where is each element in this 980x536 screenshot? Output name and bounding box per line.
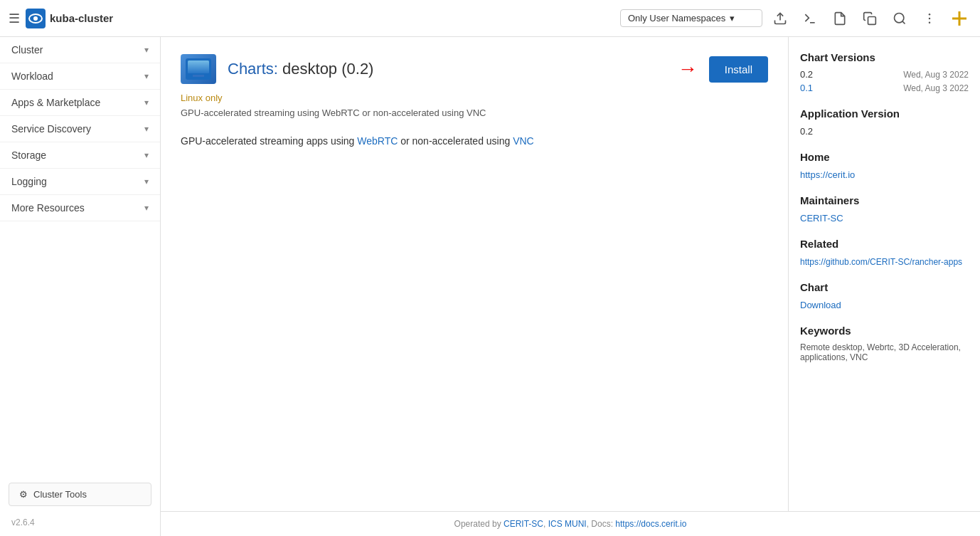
keywords-title: Keywords <box>800 325 969 337</box>
hamburger-icon[interactable]: ☰ <box>9 11 20 26</box>
app-name: kuba-cluster <box>50 12 113 24</box>
chevron-service-icon: ▾ <box>144 124 149 134</box>
upload-button[interactable] <box>768 6 792 31</box>
version-01-link[interactable]: 0.1 <box>800 83 813 93</box>
related-title: Related <box>800 238 969 250</box>
chart-header: Charts: desktop (0.2) → Install <box>181 54 768 84</box>
gear-icon: ⚙ <box>19 489 28 500</box>
terminal-icon <box>803 11 817 26</box>
chart-versions-title: Chart Versions <box>800 51 969 63</box>
chart-versions-section: Chart Versions 0.2 Wed, Aug 3 2022 0.1 W… <box>800 51 969 93</box>
long-desc-text-part2: or non-accelerated using <box>398 135 513 147</box>
plus-icon <box>951 10 968 27</box>
right-panel: Chart Versions 0.2 Wed, Aug 3 2022 0.1 W… <box>788 37 980 511</box>
chart-icon-svg <box>186 58 211 80</box>
more-options-button[interactable] <box>917 6 942 31</box>
app-version-title: Application Version <box>800 107 969 120</box>
sidebar-item-storage[interactable]: Storage ▾ <box>0 142 160 169</box>
ics-muni-link[interactable]: ICS MUNI <box>548 519 587 529</box>
related-section: Related https://github.com/CERIT-SC/ranc… <box>800 238 969 267</box>
svg-rect-13 <box>188 61 209 73</box>
namespace-selector[interactable]: Only User Namespaces ▾ <box>620 9 762 27</box>
docs-link[interactable]: https://docs.cerit.io <box>615 519 686 529</box>
sidebar-cluster-label: Cluster <box>11 44 43 56</box>
chevron-storage-icon: ▾ <box>144 150 149 160</box>
svg-point-2 <box>33 16 38 21</box>
chart-title-row: Charts: desktop (0.2) <box>181 54 373 84</box>
app-logo-icon <box>26 9 46 28</box>
sidebar-item-cluster[interactable]: Cluster ▾ <box>0 37 160 63</box>
sidebar-apps-label: Apps & Marketplace <box>11 97 100 108</box>
long-desc-text-part1: GPU-accelerated streaming apps using <box>181 135 357 147</box>
svg-line-7 <box>902 21 905 23</box>
chart-icon <box>181 54 216 84</box>
chart-section: Chart Download <box>800 281 969 310</box>
svg-point-9 <box>929 17 931 19</box>
file-icon <box>833 11 847 26</box>
terminal-button[interactable] <box>798 6 822 31</box>
sidebar-item-workload[interactable]: Workload ▾ <box>0 63 160 90</box>
long-description: GPU-accelerated streaming apps using Web… <box>181 135 768 147</box>
cerit-sc-link[interactable]: CERIT-SC <box>504 519 543 529</box>
main-layout: Cluster ▾ Workload ▾ Apps & Marketplace … <box>0 37 980 536</box>
chart-title-label: Chart <box>800 281 969 293</box>
home-url[interactable]: https://cerit.io <box>800 169 855 180</box>
sidebar-item-more-resources[interactable]: More Resources ▾ <box>0 195 160 221</box>
footer: Operated by CERIT-SC, ICS MUNI, Docs: ht… <box>161 511 980 536</box>
top-header: ☰ kuba-cluster Only User Namespaces ▾ <box>0 0 980 37</box>
home-title: Home <box>800 151 969 163</box>
maintainers-section: Maintainers CERIT-SC <box>800 194 969 224</box>
logo-box[interactable]: kuba-cluster <box>26 9 113 28</box>
sidebar-more-label: More Resources <box>11 202 85 214</box>
svg-point-6 <box>895 13 904 22</box>
chevron-more-icon: ▾ <box>144 203 149 213</box>
version-row-01[interactable]: 0.1 Wed, Aug 3 2022 <box>800 83 969 93</box>
chevron-logging-icon: ▾ <box>144 177 149 186</box>
svg-point-10 <box>929 21 931 23</box>
copy-icon <box>863 11 877 26</box>
search-button[interactable] <box>888 6 912 31</box>
install-button[interactable]: Install <box>709 56 768 83</box>
copy-button[interactable] <box>858 6 882 31</box>
version-02-value: 0.2 <box>800 69 813 80</box>
svg-rect-5 <box>868 16 876 24</box>
sidebar-logging-label: Logging <box>11 176 47 187</box>
file-button[interactable] <box>828 6 852 31</box>
chart-name: desktop (0.2) <box>282 60 373 78</box>
keywords-section: Keywords Remote desktop, Webrtc, 3D Acce… <box>800 325 969 362</box>
red-arrow-icon: → <box>678 58 698 80</box>
cluster-tools-button[interactable]: ⚙ Cluster Tools <box>9 483 151 506</box>
footer-text: Operated by CERIT-SC, ICS MUNI, Docs: ht… <box>454 519 687 529</box>
maintainer-link[interactable]: CERIT-SC <box>800 213 843 224</box>
charts-prefix: Charts: <box>228 60 278 78</box>
version-02-date: Wed, Aug 3 2022 <box>903 70 969 80</box>
home-section: Home https://cerit.io <box>800 151 969 180</box>
search-icon <box>893 11 907 26</box>
related-url[interactable]: https://github.com/CERIT-SC/rancher-apps <box>800 257 962 267</box>
linux-only-badge: Linux only <box>181 93 768 103</box>
namespace-label: Only User Namespaces <box>628 13 725 23</box>
chevron-cluster-icon: ▾ <box>144 45 149 55</box>
version-01-date: Wed, Aug 3 2022 <box>903 83 969 93</box>
maintainers-title: Maintainers <box>800 194 969 206</box>
sidebar-service-label: Service Discovery <box>11 123 91 135</box>
sidebar-item-apps-marketplace[interactable]: Apps & Marketplace ▾ <box>0 90 160 116</box>
cluster-tools-label: Cluster Tools <box>33 489 87 500</box>
chart-download-link[interactable]: Download <box>800 300 841 310</box>
sidebar-workload-label: Workload <box>11 70 53 82</box>
app-version-section: Application Version 0.2 <box>800 107 969 137</box>
version-text: v2.6.4 <box>0 515 160 536</box>
chevron-workload-icon: ▾ <box>144 71 149 81</box>
content-area: Charts: desktop (0.2) → Install Linux on… <box>161 37 980 536</box>
install-arrow-area: → Install <box>678 56 768 83</box>
svg-rect-14 <box>193 75 204 77</box>
sidebar-storage-label: Storage <box>11 149 46 161</box>
sidebar-item-service-discovery[interactable]: Service Discovery ▾ <box>0 116 160 142</box>
sidebar: Cluster ▾ Workload ▾ Apps & Marketplace … <box>0 37 161 536</box>
vnc-link[interactable]: VNC <box>513 135 534 147</box>
add-button[interactable] <box>947 6 971 31</box>
webrtc-link[interactable]: WebRTC <box>357 135 398 147</box>
chart-title: Charts: desktop (0.2) <box>228 60 373 78</box>
sidebar-item-logging[interactable]: Logging ▾ <box>0 169 160 195</box>
svg-point-8 <box>929 13 931 15</box>
